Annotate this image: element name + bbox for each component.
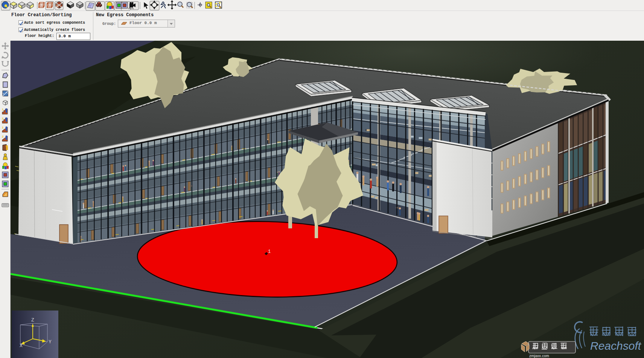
svg-text:2: 2 <box>2 135 4 138</box>
svg-text:Y: Y <box>49 339 52 345</box>
svg-text:1: 1 <box>2 126 4 129</box>
svg-text:Z: Z <box>31 317 34 323</box>
svg-text:X: X <box>20 343 23 349</box>
svg-text:zmjaxx.com: zmjaxx.com <box>529 354 549 358</box>
svg-text:1: 1 <box>2 108 4 111</box>
svg-text:Reachsoft: Reachsoft <box>590 340 642 352</box>
svg-text:2: 2 <box>2 117 4 120</box>
svg-text:1: 1 <box>268 249 271 254</box>
